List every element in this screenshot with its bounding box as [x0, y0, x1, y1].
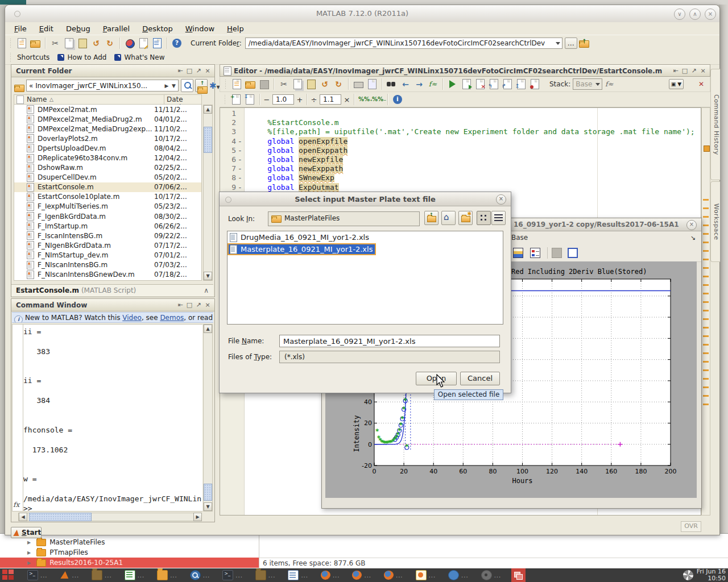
function-browser-icon[interactable]: f≈ [603, 78, 615, 90]
taskbar-item[interactable]: ... [220, 568, 245, 582]
file-row[interactable]: EstartConsole.m07/06/2... [14, 182, 201, 192]
mlint-warning-marker[interactable] [703, 404, 709, 405]
step-icon[interactable]: ↰ [488, 78, 499, 90]
mlint-warning-marker[interactable] [703, 259, 709, 260]
scroll-up-icon[interactable]: ▲ [204, 105, 212, 114]
cut-icon[interactable]: ✂ [278, 78, 289, 90]
taskbar-item[interactable]: ... [25, 568, 50, 582]
dialog-file-row[interactable]: DrugMedia_16_0921_MI_yor1-2.xls [228, 231, 373, 243]
mlint-warning-marker[interactable] [703, 207, 709, 209]
mlint-warning-marker[interactable] [703, 225, 709, 226]
file-row[interactable]: DoverlayPlots2.m10/17/2... [14, 134, 201, 143]
code-line[interactable]: 7- global newExppath [220, 164, 701, 173]
demos-link[interactable]: Demos [160, 314, 184, 322]
shortcut-whats-new[interactable]: What's New [124, 53, 164, 61]
look-in-select[interactable]: MasterPlateFiles [268, 211, 420, 226]
current-folder-header[interactable]: Current Folder ⇤□↗× [11, 65, 214, 77]
step-value-field[interactable]: 1.0 [272, 94, 294, 105]
mlint-warning-marker[interactable] [703, 216, 709, 218]
home-button[interactable]: ⌂ [441, 211, 456, 225]
scrollbar-thumb[interactable] [204, 484, 212, 501]
increase-step-button[interactable]: + [296, 95, 304, 104]
current-folder-path-input[interactable]: /media/data/EASY/InovImager_jwrCF_WINLin… [245, 38, 562, 49]
code-line[interactable]: 8- global SWnewExp [220, 173, 701, 182]
taskbar-item[interactable]: ... [188, 568, 213, 582]
scrollbar-thumb[interactable] [29, 513, 92, 521]
toolbar-grip[interactable] [224, 94, 226, 105]
legend-icon[interactable] [530, 248, 540, 258]
file-row[interactable]: DReplicate96to384conv.m12/04/2... [14, 153, 201, 163]
menu-window[interactable]: Window [185, 24, 214, 33]
expand-icon[interactable]: ↘ [690, 234, 696, 242]
folder-tree-item[interactable]: ▶MasterPlateFiles [0, 537, 259, 547]
scroll-down-icon[interactable]: ▼ [204, 272, 212, 280]
find-icon[interactable] [386, 78, 398, 90]
grid-view-button[interactable] [477, 211, 491, 225]
list-view-button[interactable] [491, 211, 506, 225]
command-window-header[interactable]: Command Window ⇤□↗× [11, 299, 214, 311]
toolbar-grip[interactable] [225, 79, 226, 89]
mlint-warning-marker[interactable] [703, 335, 709, 337]
figure-close-icon[interactable]: × [686, 220, 697, 230]
expand-icon[interactable]: ▶ [27, 550, 31, 555]
cancel-button[interactable]: Cancel [460, 372, 500, 385]
code-line[interactable]: 9- global ExpOutmat [220, 183, 701, 192]
taskbar-item[interactable]: ... [446, 568, 471, 582]
code-line[interactable]: 4- global openExpfile [220, 137, 701, 146]
toolbar-grip[interactable] [10, 52, 11, 63]
copy-icon[interactable] [292, 78, 303, 90]
menu-file[interactable]: File [14, 24, 27, 33]
code-line[interactable]: 3 %[file,path] = uiputfile('.mat','Creat… [220, 127, 701, 136]
taskbar-item[interactable]: ... [382, 568, 406, 582]
taskbar-item[interactable] [511, 568, 526, 582]
exit-debug-icon[interactable]: ✕ [474, 78, 486, 90]
step-out-icon[interactable]: ↥ [515, 78, 527, 90]
next-cell-icon[interactable]: ↧ [244, 94, 255, 105]
taskbar-item[interactable]: ... [318, 568, 342, 582]
close-panel-icon[interactable]: × [698, 66, 708, 76]
folder-tree-item[interactable]: ▶Results2016-10-25A1 [0, 558, 259, 568]
name-column[interactable]: Name [27, 95, 47, 103]
up-one-level-button[interactable]: ↑ [424, 211, 439, 225]
eval-cell-icon[interactable]: %%₊ [358, 94, 370, 105]
profiler-icon[interactable] [151, 38, 163, 49]
file-row[interactable]: F_IexpMultiTseries.m05/23/2... [14, 202, 201, 211]
mlint-warning-marker[interactable] [703, 199, 709, 201]
file-row[interactable]: DMPexcel2mat_MediaDrug2exp...11/10/2... [14, 124, 201, 134]
file-row[interactable]: F_IgenBkGrdData.m08/30/2... [14, 211, 201, 221]
up-folder-icon[interactable]: ↑ [578, 38, 590, 49]
stack-select[interactable]: Base [573, 78, 602, 90]
scroll-left-icon[interactable]: ◀ [19, 513, 27, 521]
file-row[interactable]: DMPexcel2mat.m11/11/2... [14, 105, 201, 114]
close-panel-icon[interactable]: × [203, 66, 212, 76]
actions-gear-icon[interactable]: ✱▼ [209, 81, 220, 91]
step-in-icon[interactable]: ↱ [502, 78, 513, 90]
mlint-warning-marker[interactable] [703, 395, 709, 397]
redo-icon[interactable]: ↻ [333, 78, 344, 90]
taskbar-item[interactable]: ... [413, 568, 439, 582]
menu-edit[interactable]: Edit [39, 24, 53, 33]
taskbar-item[interactable]: ... [122, 568, 147, 582]
split-view-button[interactable]: ▣ ▼ [669, 79, 684, 89]
new-file-icon[interactable] [16, 38, 27, 49]
mlint-warning-marker[interactable] [703, 284, 709, 286]
dialog-titlebar[interactable]: Select input Master Plate text file × [220, 192, 511, 206]
scroll-up-icon[interactable]: ▲ [204, 325, 212, 333]
dock-icon[interactable]: ⇤ [176, 301, 185, 310]
dialog-file-list[interactable]: DrugMedia_16_0921_MI_yor1-2.xlsMasterpla… [227, 231, 503, 325]
file-row[interactable]: F_IscanIntensBG.m09/22/2... [14, 231, 201, 240]
new-folder-button[interactable]: ✱ [458, 211, 473, 225]
print-preview-icon[interactable] [366, 78, 378, 90]
mlint-warning-marker[interactable] [703, 344, 709, 346]
paste-icon[interactable] [305, 78, 317, 90]
video-link[interactable]: Video [122, 314, 142, 322]
file-row[interactable]: F_ImStartup.m06/26/2... [14, 221, 201, 231]
mlint-warning-marker[interactable] [703, 293, 709, 294]
code-line[interactable]: 5- global openExppath [220, 146, 701, 155]
back-icon[interactable]: ← [400, 78, 411, 90]
search-button[interactable] [181, 79, 193, 92]
start-button[interactable]: Start [11, 527, 42, 538]
maximize-panel-icon[interactable]: □ [680, 66, 689, 76]
close-button[interactable]: × [705, 9, 716, 20]
new-file-icon[interactable] [231, 78, 242, 90]
